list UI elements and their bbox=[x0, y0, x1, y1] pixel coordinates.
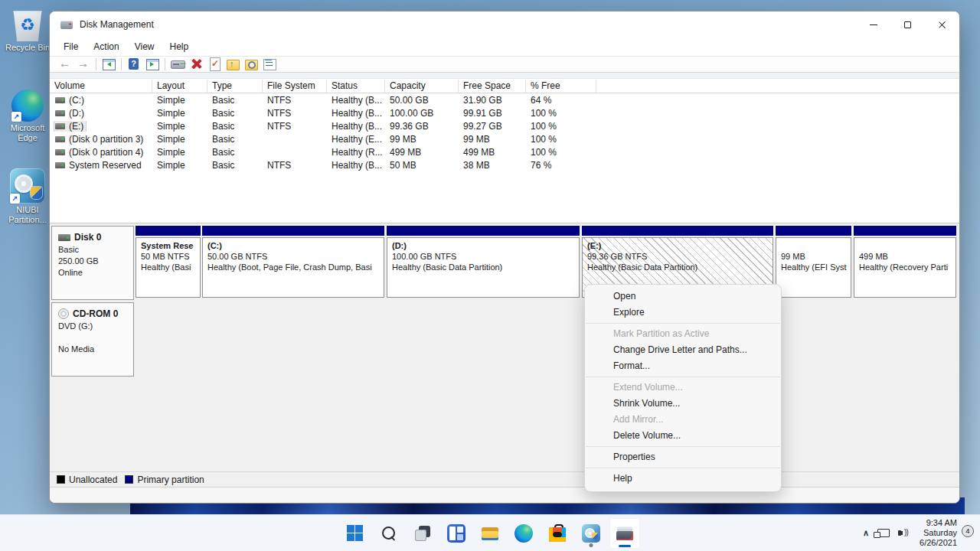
taskbar-taskview-button[interactable] bbox=[407, 518, 438, 549]
partition-block-d[interactable]: (D:)100.00 GB NTFSHealthy (Basic Data Pa… bbox=[387, 226, 580, 300]
partition-block-499-mb[interactable]: 499 MBHealthy (Recovery Parti bbox=[854, 226, 956, 300]
cell-free_space: 499 MB bbox=[459, 147, 526, 158]
help-button[interactable] bbox=[125, 57, 143, 72]
partition-name: (D:) bbox=[392, 240, 574, 251]
disk-row-disk-0: Disk 0Basic250.00 GBOnlineSystem Rese50 … bbox=[51, 226, 958, 300]
rescan-disks-button[interactable] bbox=[168, 57, 187, 72]
explorer-icon bbox=[481, 524, 499, 543]
partition-block-system-rese[interactable]: System Rese50 MB NTFSHealthy (Basi bbox=[136, 226, 201, 300]
cell-layout: Simple bbox=[152, 121, 207, 132]
forward-button[interactable] bbox=[74, 57, 93, 72]
volume-row-disk-0-partition-4[interactable]: (Disk 0 partition 4)SimpleBasicHealthy (… bbox=[50, 145, 959, 158]
primary-partition-color-bar bbox=[776, 226, 851, 236]
column-header-volume[interactable]: Volume bbox=[50, 80, 152, 93]
checklist-button[interactable] bbox=[260, 57, 279, 72]
back-button[interactable] bbox=[56, 57, 74, 72]
maximize-button[interactable] bbox=[890, 11, 925, 37]
taskbar-store-button[interactable] bbox=[542, 518, 573, 549]
cell-file_system: NTFS bbox=[263, 160, 327, 171]
column-header-file-system[interactable]: File System bbox=[263, 80, 327, 93]
status-bar bbox=[50, 487, 959, 503]
partition-status: Healthy (Basi bbox=[141, 262, 195, 272]
taskbar-start-button[interactable] bbox=[340, 518, 371, 549]
partition-status: Healthy (Basic Data Partition) bbox=[392, 262, 574, 272]
taskbar-explorer-button[interactable] bbox=[475, 518, 505, 549]
context-menu-item-shrink-volume[interactable]: Shrink Volume... bbox=[585, 396, 781, 412]
menu-action[interactable]: Action bbox=[86, 39, 126, 54]
action-pane-button[interactable] bbox=[143, 57, 162, 72]
volume-row-e[interactable]: (E:)SimpleBasicNTFSHealthy (B...99.36 GB… bbox=[50, 119, 959, 132]
context-menu-item-open[interactable]: Open bbox=[585, 289, 781, 305]
delete-button[interactable] bbox=[187, 57, 205, 72]
cell-status: Healthy (R... bbox=[327, 147, 385, 158]
cell-pct_free: 76 % bbox=[526, 160, 596, 171]
cell-pct_free: 100 % bbox=[526, 147, 596, 158]
tray-overflow-chevron-icon[interactable]: ∧ bbox=[863, 528, 869, 538]
minimize-button[interactable] bbox=[856, 11, 890, 37]
column-header-status[interactable]: Status bbox=[327, 80, 385, 93]
cell-type: Basic bbox=[207, 134, 263, 145]
volume-name: System Reserved bbox=[69, 160, 142, 171]
folder-up-button[interactable] bbox=[224, 57, 242, 72]
taskbar-clock[interactable]: 9:34 AM Saturday 6/26/2021 bbox=[920, 518, 957, 548]
volume-name: (Disk 0 partition 4) bbox=[69, 147, 143, 158]
context-menu-item-mark-partition-as-active: Mark Partition as Active bbox=[585, 326, 781, 342]
context-menu-item-help[interactable]: Help bbox=[585, 471, 781, 487]
desktop-icon-recycle-bin[interactable]: Recycle Bin bbox=[0, 6, 55, 53]
taskbar-widgets-button[interactable] bbox=[441, 518, 472, 549]
taskbar-niubi-button[interactable] bbox=[576, 518, 606, 549]
close-button[interactable] bbox=[925, 11, 959, 37]
disk-header-panel-cd-rom-0[interactable]: CD-ROM 0DVD (G:) No Media bbox=[51, 302, 134, 377]
search-icon bbox=[380, 524, 398, 543]
context-menu-item-change-drive-letter-and-paths[interactable]: Change Drive Letter and Paths... bbox=[585, 342, 781, 358]
niubi-icon: ↗ bbox=[10, 168, 45, 204]
volume-row-disk-0-partition-3[interactable]: (Disk 0 partition 3)SimpleBasicHealthy (… bbox=[50, 132, 959, 145]
volume-row-d[interactable]: (D:)SimpleBasicNTFSHealthy (B...100.00 G… bbox=[50, 106, 959, 119]
desktop-icon-label: Recycle Bin bbox=[0, 43, 55, 53]
column-header-free[interactable]: % Free bbox=[526, 80, 596, 93]
niubi-icon bbox=[582, 524, 600, 543]
network-icon[interactable] bbox=[877, 529, 890, 537]
menu-separator bbox=[586, 468, 780, 468]
cell-file_system: NTFS bbox=[263, 121, 327, 132]
folder-find-icon bbox=[243, 57, 259, 72]
check-document-button[interactable] bbox=[205, 57, 224, 72]
volume-icon[interactable] bbox=[898, 528, 911, 539]
menu-help[interactable]: Help bbox=[162, 39, 197, 54]
console-tree-button[interactable] bbox=[100, 57, 118, 72]
column-header-type[interactable]: Type bbox=[207, 80, 263, 93]
partition-block-99-mb[interactable]: 99 MBHealthy (EFI Syst bbox=[776, 226, 851, 300]
partition-block-c[interactable]: (C:)50.00 GB NTFSHealthy (Boot, Page Fil… bbox=[202, 226, 384, 300]
context-menu-item-explore[interactable]: Explore bbox=[585, 305, 781, 321]
menu-file[interactable]: File bbox=[56, 39, 86, 54]
toolbar-separator bbox=[121, 58, 122, 70]
primary-partition-color-bar bbox=[202, 226, 384, 236]
column-header-layout[interactable]: Layout bbox=[152, 80, 207, 93]
column-header-capacity[interactable]: Capacity bbox=[385, 80, 459, 93]
desktop-icon-edge[interactable]: ↗Microsoft Edge bbox=[0, 87, 55, 143]
volume-row-c[interactable]: (C:)SimpleBasicNTFSHealthy (B...50.00 GB… bbox=[50, 93, 959, 106]
forward-icon bbox=[76, 57, 91, 72]
cell-capacity: 99 MB bbox=[385, 134, 459, 145]
menu-separator bbox=[586, 377, 780, 377]
context-menu-item-delete-volume[interactable]: Delete Volume... bbox=[585, 428, 781, 444]
cell-pct_free: 100 % bbox=[526, 121, 596, 132]
disk-header-panel-disk-0[interactable]: Disk 0Basic250.00 GBOnline bbox=[51, 226, 134, 300]
taskbar-edge-button[interactable] bbox=[508, 518, 539, 549]
context-menu-item-format[interactable]: Format... bbox=[585, 358, 781, 374]
legend-color-swatch bbox=[57, 475, 65, 484]
disk-row-cd-rom-0: CD-ROM 0DVD (G:) No Media bbox=[51, 302, 958, 377]
volume-row-system-reserved[interactable]: System ReservedSimpleBasicNTFSHealthy (B… bbox=[50, 158, 959, 171]
store-icon bbox=[548, 524, 567, 543]
delete-icon bbox=[188, 57, 204, 72]
context-menu-item-properties[interactable]: Properties bbox=[585, 449, 781, 465]
taskbar-search-button[interactable] bbox=[374, 518, 404, 549]
folder-find-button[interactable] bbox=[242, 57, 260, 72]
desktop-icon-niubi[interactable]: ↗NIUBI Partition... bbox=[0, 168, 55, 225]
check-document-icon bbox=[207, 57, 222, 72]
taskbar-diskmgmt-button[interactable] bbox=[609, 518, 640, 549]
disk-detail-line bbox=[58, 332, 127, 344]
menu-view[interactable]: View bbox=[127, 39, 162, 54]
column-header-free-space[interactable]: Free Space bbox=[459, 80, 526, 93]
back-icon bbox=[57, 57, 73, 72]
